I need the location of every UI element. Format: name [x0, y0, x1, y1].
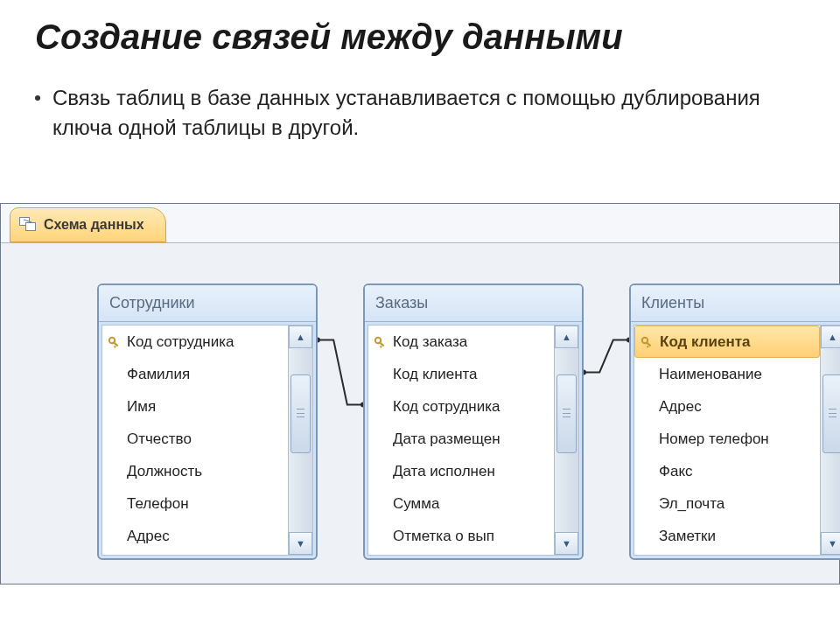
- svg-rect-8: [379, 341, 385, 346]
- field-label: Телефон: [127, 495, 189, 513]
- field-label: Отчество: [127, 430, 192, 448]
- field-label: Сумма: [393, 495, 439, 513]
- field-row[interactable]: Сумма: [368, 487, 554, 520]
- bullet-item: Связь таблиц в базе данных устанавливает…: [35, 83, 805, 142]
- relationships-window: Схема данных СотрудникиКод сотрудникаФам…: [0, 203, 840, 584]
- field-label: Код сотрудника: [393, 398, 500, 416]
- key-icon: [640, 335, 654, 349]
- scroll-up-button[interactable]: ▲: [289, 326, 312, 348]
- scroll-thumb[interactable]: [556, 374, 577, 453]
- field-label: Код заказа: [393, 333, 467, 351]
- field-label: Эл_почта: [659, 495, 724, 513]
- bullet-dot-icon: [35, 95, 40, 101]
- relationship-line[interactable]: [584, 340, 629, 373]
- table-body: Код клиентаНаименованиеАдресНомер телефо…: [634, 325, 840, 556]
- table-box[interactable]: КлиентыКод клиентаНаименованиеАдресНомер…: [629, 284, 840, 560]
- scroll-up-button[interactable]: ▲: [821, 326, 840, 348]
- scrollbar[interactable]: ▲▼: [288, 326, 312, 555]
- field-row[interactable]: Должность: [102, 455, 288, 487]
- svg-rect-5: [113, 341, 119, 346]
- field-label: Заметки: [659, 528, 716, 545]
- scroll-down-button[interactable]: ▼: [555, 532, 578, 555]
- field-list: Код сотрудникаФамилияИмяОтчествоДолжност…: [102, 326, 288, 555]
- table-title[interactable]: Клиенты: [631, 285, 840, 322]
- scrollbar[interactable]: ▲▼: [554, 326, 578, 555]
- field-row[interactable]: Адрес: [102, 520, 288, 552]
- field-row[interactable]: Дата исполнен: [368, 455, 554, 487]
- table-box[interactable]: ЗаказыКод заказаКод клиентаКод сотрудник…: [363, 284, 584, 560]
- field-label: Адрес: [659, 398, 702, 416]
- scroll-down-button[interactable]: ▼: [289, 532, 312, 555]
- svg-rect-12: [647, 345, 649, 347]
- field-label: Отметка о вып: [393, 528, 494, 545]
- field-label: Код клиента: [393, 366, 478, 383]
- scroll-up-button[interactable]: ▲: [555, 326, 578, 348]
- workspace[interactable]: СотрудникиКод сотрудникаФамилияИмяОтчест…: [1, 242, 839, 584]
- field-row[interactable]: Номер телефон: [634, 423, 820, 455]
- scroll-track[interactable]: [821, 348, 840, 532]
- field-label: Фамилия: [127, 366, 190, 383]
- tab-label: Схема данных: [44, 217, 144, 233]
- scrollbar[interactable]: ▲▼: [820, 326, 840, 555]
- field-label: Адрес: [127, 528, 170, 545]
- field-row[interactable]: Заметки: [634, 520, 820, 552]
- field-label: Факс: [659, 463, 693, 480]
- field-row-primary-key[interactable]: Код клиента: [634, 326, 820, 358]
- field-row[interactable]: Адрес: [634, 390, 820, 423]
- table-box[interactable]: СотрудникиКод сотрудникаФамилияИмяОтчест…: [97, 284, 318, 560]
- field-row[interactable]: Факс: [634, 455, 820, 487]
- field-row[interactable]: Эл_почта: [634, 487, 820, 520]
- field-row-primary-key[interactable]: Код сотрудника: [102, 326, 288, 358]
- table-body: Код сотрудникаФамилияИмяОтчествоДолжност…: [102, 325, 313, 556]
- table-title[interactable]: Сотрудники: [99, 285, 316, 322]
- field-label: Наименование: [659, 366, 762, 383]
- relationships-icon: [19, 217, 37, 233]
- svg-rect-11: [646, 341, 652, 346]
- relationships-tab[interactable]: Схема данных: [10, 207, 166, 242]
- key-icon: [374, 335, 388, 349]
- field-label: Дата исполнен: [393, 463, 495, 480]
- field-list: Код клиентаНаименованиеАдресНомер телефо…: [634, 326, 820, 555]
- field-row[interactable]: Код клиента: [368, 358, 554, 390]
- bullet-text: Связь таблиц в базе данных устанавливает…: [52, 83, 805, 142]
- relationship-line[interactable]: [318, 340, 363, 405]
- svg-rect-6: [114, 345, 116, 347]
- field-label: Дата размещен: [393, 430, 500, 448]
- field-row-primary-key[interactable]: Код заказа: [368, 326, 554, 358]
- table-body: Код заказаКод клиентаКод сотрудникаДата …: [368, 325, 579, 556]
- field-label: Код сотрудника: [127, 333, 234, 351]
- field-row[interactable]: Отметка о вып: [368, 520, 554, 552]
- field-label: Код клиента: [660, 333, 751, 351]
- field-row[interactable]: Имя: [102, 390, 288, 423]
- scroll-track[interactable]: [289, 348, 312, 532]
- field-row[interactable]: Фамилия: [102, 358, 288, 390]
- scroll-down-button[interactable]: ▼: [821, 532, 840, 555]
- field-row[interactable]: Наименование: [634, 358, 820, 390]
- field-row[interactable]: Телефон: [102, 487, 288, 520]
- key-icon: [108, 335, 122, 349]
- field-row[interactable]: Отчество: [102, 423, 288, 455]
- field-row[interactable]: Дата размещен: [368, 423, 554, 455]
- scroll-thumb[interactable]: [290, 374, 311, 453]
- field-list: Код заказаКод клиентаКод сотрудникаДата …: [368, 326, 554, 555]
- scroll-thumb[interactable]: [822, 374, 840, 453]
- svg-rect-9: [380, 345, 382, 347]
- field-label: Номер телефон: [659, 430, 769, 448]
- slide-title: Создание связей между данными: [35, 18, 805, 57]
- field-label: Имя: [127, 398, 156, 416]
- scroll-track[interactable]: [555, 348, 578, 532]
- field-label: Должность: [127, 463, 202, 480]
- table-title[interactable]: Заказы: [365, 285, 582, 322]
- field-row[interactable]: Код сотрудника: [368, 390, 554, 423]
